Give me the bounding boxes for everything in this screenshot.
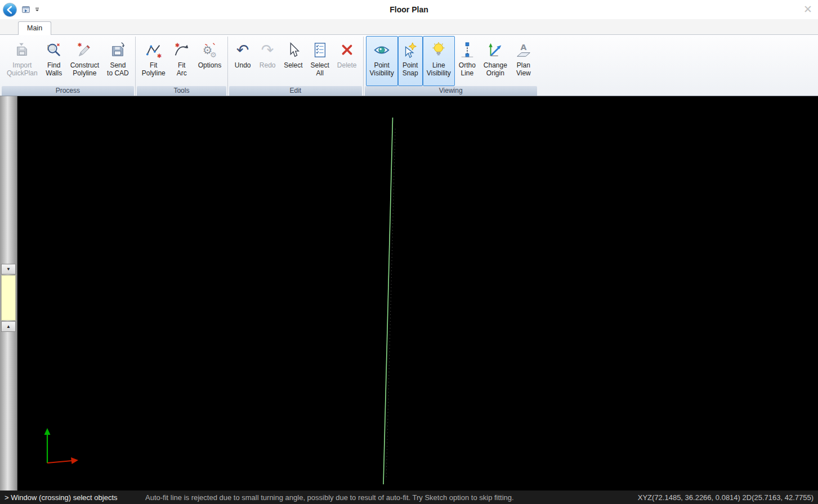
- find-walls-button[interactable]: Find Walls: [42, 36, 66, 86]
- button-label: Construct Polyline: [70, 61, 99, 77]
- ribbon-group-tools: ✱ Fit Polyline ✱ Fit: [136, 35, 227, 96]
- button-label: Import QuickPlan: [7, 61, 38, 77]
- point-visibility-icon: [373, 40, 390, 60]
- ortho-line-icon: [459, 40, 476, 60]
- ribbon-group-process: Import QuickPlan Find Walls: [1, 35, 135, 96]
- button-label: Undo: [235, 61, 251, 69]
- button-label: Line Visibility: [427, 61, 451, 77]
- ortho-line-button[interactable]: Ortho Line: [455, 36, 480, 86]
- back-button[interactable]: [2, 2, 17, 17]
- plan-view-button[interactable]: A Plan View: [511, 36, 536, 86]
- svg-text:⚙: ⚙: [210, 51, 217, 58]
- select-icon: [285, 40, 302, 60]
- main-area: ▼ ▲: [0, 96, 818, 490]
- button-label: Select All: [311, 61, 329, 77]
- select-all-icon: [311, 40, 328, 60]
- tab-main[interactable]: Main: [18, 21, 51, 35]
- ribbon-separator: [227, 37, 228, 96]
- title-bar: Floor Plan ✕: [0, 0, 818, 19]
- window-title: Floor Plan: [390, 5, 428, 14]
- left-panel-splitter[interactable]: ▼ ▲: [0, 96, 17, 490]
- button-label: Send to CAD: [107, 61, 129, 77]
- coordinate-readout: XYZ(72.1485, 36.2266, 0.0814) 2D(25.7163…: [638, 493, 813, 502]
- plan-view-icon: A: [515, 40, 532, 60]
- panel-scroll-up-button[interactable]: ▲: [1, 321, 16, 332]
- construct-polyline-icon: ✱: [76, 40, 93, 60]
- button-label: Ortho Line: [459, 61, 476, 77]
- import-quickplan-button[interactable]: Import QuickPlan: [3, 36, 42, 86]
- line-visibility-button[interactable]: Line Visibility: [423, 36, 455, 86]
- drawing-canvas[interactable]: [17, 96, 818, 490]
- button-label: Redo: [260, 61, 276, 69]
- line-visibility-icon: [430, 40, 447, 60]
- ribbon-separator: [135, 37, 136, 96]
- options-button[interactable]: ⚙ ⚙ Options: [194, 36, 225, 86]
- button-label: Select: [284, 61, 302, 69]
- group-label-viewing: Viewing: [365, 86, 537, 96]
- splitter-track: [0, 96, 17, 264]
- back-arrow-icon: [2, 2, 17, 17]
- delete-button[interactable]: Delete: [333, 36, 361, 86]
- send-to-cad-icon: [109, 40, 126, 60]
- ribbon-group-edit: ↶ Undo ↷ Redo: [229, 35, 362, 96]
- ribbon: Main Import QuickPl: [0, 19, 818, 96]
- group-label-edit: Edit: [229, 86, 361, 96]
- group-label-process: Process: [2, 86, 134, 96]
- svg-text:✱: ✱: [175, 42, 180, 48]
- fit-arc-button[interactable]: ✱ Fit Arc: [169, 36, 194, 86]
- select-button[interactable]: Select: [280, 36, 306, 86]
- app-window: Floor Plan ✕ Main: [0, 0, 818, 504]
- ucs-axis-indicator: [44, 428, 79, 464]
- quick-access-overflow-icon[interactable]: [34, 7, 40, 12]
- change-origin-icon: [487, 40, 504, 60]
- fit-polyline-icon: ✱: [145, 40, 162, 60]
- button-label: Fit Polyline: [142, 61, 166, 77]
- redo-icon: ↷: [261, 40, 274, 60]
- delete-icon: [338, 40, 355, 60]
- ribbon-group-viewing: Point Visibility Point Snap: [364, 35, 538, 96]
- button-label: Fit Arc: [177, 61, 187, 77]
- fit-polyline-button[interactable]: ✱ Fit Polyline: [138, 36, 169, 86]
- triangle-up-icon: ▲: [6, 324, 11, 329]
- undo-button[interactable]: ↶ Undo: [230, 36, 255, 86]
- close-button[interactable]: ✕: [803, 2, 812, 17]
- status-message: Auto-fit line is rejected due to small t…: [145, 493, 631, 502]
- button-label: Change Origin: [484, 61, 507, 77]
- ribbon-body: Import QuickPlan Find Walls: [0, 35, 818, 96]
- command-prompt: > Window (crossing) select objects: [5, 493, 145, 502]
- point-snap-button[interactable]: Point Snap: [398, 36, 423, 86]
- import-quickplan-icon: [14, 40, 30, 60]
- ribbon-separator: [363, 37, 364, 96]
- svg-text:✱: ✱: [78, 42, 82, 48]
- point-visibility-button[interactable]: Point Visibility: [366, 36, 398, 86]
- panel-scroll-down-button[interactable]: ▼: [1, 264, 16, 274]
- change-origin-button[interactable]: Change Origin: [480, 36, 511, 86]
- group-label-tools: Tools: [137, 86, 226, 96]
- button-label: Delete: [337, 61, 357, 69]
- button-label: Options: [198, 61, 221, 69]
- point-snap-icon: [402, 40, 419, 60]
- status-bar: > Window (crossing) select objects Auto-…: [0, 490, 818, 504]
- construct-polyline-button[interactable]: ✱ Construct Polyline: [66, 36, 103, 86]
- svg-text:✱: ✱: [157, 52, 162, 58]
- send-to-cad-button[interactable]: Send to CAD: [103, 36, 133, 86]
- fit-arc-icon: ✱: [173, 40, 190, 60]
- ribbon-tab-row: Main: [0, 19, 818, 35]
- select-all-button[interactable]: Select All: [307, 36, 333, 86]
- splitter-track: [0, 332, 17, 490]
- redo-button[interactable]: ↷ Redo: [255, 36, 280, 86]
- options-icon: ⚙ ⚙: [201, 40, 218, 60]
- quick-access-save-icon[interactable]: [21, 4, 31, 15]
- fitted-line: [383, 118, 393, 484]
- button-label: Point Visibility: [370, 61, 394, 77]
- find-walls-icon: [46, 40, 62, 60]
- button-label: Point Snap: [403, 61, 418, 77]
- undo-icon: ↶: [236, 40, 249, 60]
- button-label: Find Walls: [46, 61, 62, 77]
- svg-text:A: A: [520, 43, 526, 52]
- canvas-graphics: [17, 96, 818, 490]
- button-label: Plan View: [516, 61, 531, 77]
- panel-grip[interactable]: [1, 275, 16, 321]
- triangle-down-icon: ▼: [6, 267, 11, 272]
